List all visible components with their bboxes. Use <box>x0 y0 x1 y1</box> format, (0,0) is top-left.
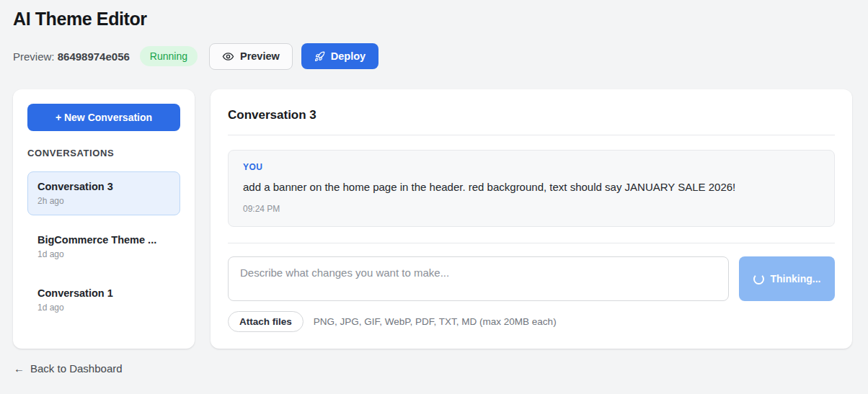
message-card: YOU add a banner on the home page in the… <box>228 150 835 227</box>
conversations-sidebar: + New Conversation CONVERSATIONS Convers… <box>13 89 195 349</box>
conversation-title: Conversation 3 <box>228 108 835 122</box>
preview-button[interactable]: Preview <box>209 43 293 70</box>
deploy-button-label: Deploy <box>331 50 366 62</box>
preview-button-label: Preview <box>240 50 280 62</box>
content: + New Conversation CONVERSATIONS Convers… <box>13 89 852 349</box>
conversation-list: Conversation 3 2h ago BigCommerce Theme … <box>27 171 180 322</box>
send-button-label: Thinking... <box>771 273 821 285</box>
preview-label: Preview: <box>13 50 55 63</box>
back-to-dashboard-link[interactable]: ← Back to Dashboard <box>14 362 123 375</box>
conversation-item-title: Conversation 1 <box>37 287 170 299</box>
preview-toolbar: Preview: 86498974e056 Running Preview D <box>13 42 852 70</box>
attach-hint-text: PNG, JPG, GIF, WebP, PDF, TXT, MD (max 2… <box>314 316 557 327</box>
attach-files-button[interactable]: Attach files <box>228 311 304 332</box>
divider <box>228 135 835 135</box>
conversation-item-time: 1d ago <box>37 249 170 259</box>
conversation-item-time: 1d ago <box>37 303 170 313</box>
conversation-panel: Conversation 3 YOU add a banner on the h… <box>211 89 852 349</box>
back-link-label: Back to Dashboard <box>30 362 123 375</box>
conversation-list-item[interactable]: Conversation 3 2h ago <box>27 171 180 215</box>
rocket-icon <box>314 51 325 62</box>
conversation-list-item[interactable]: Conversation 1 1d ago <box>27 278 180 322</box>
page-title: AI Theme Editor <box>13 9 852 30</box>
preview-id: 86498974e056 <box>58 50 130 63</box>
preview-id-text: Preview: 86498974e056 <box>13 50 130 63</box>
composer: Thinking... <box>228 256 835 301</box>
send-button[interactable]: Thinking... <box>739 256 835 301</box>
conversation-item-title: Conversation 3 <box>37 181 170 192</box>
conversations-section-title: CONVERSATIONS <box>27 148 180 158</box>
message-text: add a banner on the home page in the hea… <box>243 180 820 194</box>
deploy-button[interactable]: Deploy <box>301 43 378 69</box>
message-timestamp: 09:24 PM <box>243 204 820 214</box>
divider <box>228 243 835 243</box>
message-input[interactable] <box>228 256 729 301</box>
status-badge: Running <box>140 46 198 66</box>
conversation-item-time: 2h ago <box>37 196 170 206</box>
back-arrow-icon: ← <box>14 362 25 375</box>
new-conversation-button[interactable]: + New Conversation <box>27 104 180 131</box>
eye-icon <box>222 50 234 63</box>
spinner-icon <box>753 274 764 285</box>
page: AI Theme Editor Preview: 86498974e056 Ru… <box>0 0 868 375</box>
message-role-label: YOU <box>243 162 820 172</box>
conversation-list-item[interactable]: BigCommerce Theme ... 1d ago <box>27 225 180 269</box>
conversation-item-title: BigCommerce Theme ... <box>37 234 170 246</box>
attachments-row: Attach files PNG, JPG, GIF, WebP, PDF, T… <box>228 311 835 332</box>
